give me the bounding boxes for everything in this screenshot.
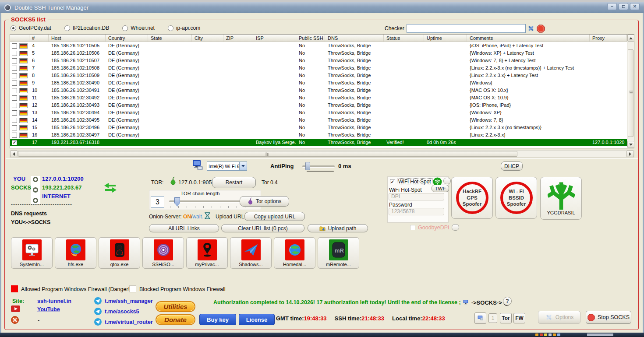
app-button-mremote[interactable]: mR mRemote... bbox=[318, 237, 359, 269]
clear-url-list-button[interactable]: Clear URL list (0 pcs) bbox=[221, 224, 304, 232]
table-row[interactable]: 16185.186.26.102:30497DE (Germany)NoThro… bbox=[10, 131, 627, 139]
wifi-ssid-input[interactable]: DPI bbox=[389, 193, 444, 200]
copy-upload-url-button[interactable]: Copy upload URL bbox=[244, 212, 305, 221]
telegram-link-row[interactable]: t.me/ssh_manager bbox=[94, 297, 153, 305]
row-select-cell[interactable] bbox=[10, 139, 29, 146]
row-checkbox[interactable] bbox=[12, 81, 17, 86]
row-checkbox[interactable] bbox=[12, 66, 17, 71]
row-select-cell[interactable] bbox=[10, 131, 29, 139]
row-select-cell[interactable] bbox=[10, 64, 29, 72]
donate-button[interactable]: Donate bbox=[156, 314, 195, 325]
column-header[interactable]: Comments bbox=[467, 35, 590, 42]
wifi-hotspot-checkbox[interactable] bbox=[390, 179, 395, 184]
row-checkbox[interactable] bbox=[12, 110, 17, 116]
tools-badge-icon[interactable] bbox=[11, 316, 19, 326]
wifi-bssid-spoofer-button[interactable]: WI - FIBSSIDSpoofer bbox=[495, 177, 537, 219]
row-checkbox[interactable] bbox=[12, 133, 17, 138]
column-header[interactable]: Uptime bbox=[424, 35, 467, 42]
app-button-ssh-tor[interactable]: SSH/SO... bbox=[142, 237, 184, 269]
radio-ip2location[interactable]: IP2Location.DB bbox=[64, 25, 109, 31]
row-select-cell[interactable] bbox=[10, 124, 29, 131]
radio-geoipcity[interactable]: GeoIPCity.dat bbox=[11, 25, 51, 31]
row-select-cell[interactable] bbox=[10, 49, 29, 57]
utilities-button[interactable]: Utilities bbox=[156, 301, 195, 312]
table-row[interactable]: 10185.186.26.102:30491DE (Germany)NoThro… bbox=[10, 87, 627, 94]
app-button-systeminfo[interactable]: SystemIn... bbox=[11, 237, 53, 269]
scroll-down-arrow[interactable] bbox=[627, 141, 634, 148]
row-select-cell[interactable] bbox=[10, 109, 29, 116]
telegram-link[interactable]: t.me/ssh_manager bbox=[105, 298, 153, 304]
app-button-hfs[interactable]: hfs.exe bbox=[55, 237, 96, 269]
column-header[interactable]: Public SSH bbox=[296, 35, 325, 42]
column-header[interactable]: ZIP bbox=[223, 35, 253, 42]
column-header[interactable]: # bbox=[29, 35, 49, 42]
vertical-scroll-thumb[interactable] bbox=[628, 49, 633, 137]
tor-chain-value[interactable]: 3 bbox=[151, 196, 164, 208]
app-button-homedale[interactable]: Homedal... bbox=[274, 237, 315, 269]
adapter-select[interactable]: Intel(R) Wi-Fi 6 AX bbox=[207, 161, 247, 171]
row-checkbox[interactable] bbox=[12, 43, 17, 49]
row-select-cell[interactable] bbox=[10, 94, 29, 102]
stop-socks-button[interactable]: Stop SOCKS bbox=[586, 311, 631, 324]
table-row[interactable]: 4185.186.26.102:10505DE (Germany)NoThrow… bbox=[10, 42, 627, 49]
table-row[interactable]: 17193.221.203.67:16318Baykov Ilya Serge.… bbox=[10, 139, 627, 146]
row-checkbox[interactable] bbox=[12, 140, 17, 145]
table-row[interactable]: 11185.186.26.102:30492DE (Germany)NoThro… bbox=[10, 94, 627, 102]
wifi-password-input[interactable]: 12345678 bbox=[389, 208, 444, 215]
checker-tools-icon[interactable] bbox=[527, 24, 535, 33]
row-checkbox[interactable] bbox=[12, 88, 17, 93]
help-button[interactable]: ? bbox=[503, 297, 512, 305]
horizontal-scrollbar[interactable] bbox=[10, 150, 634, 158]
site-link[interactable]: ssh-tunnel.in bbox=[37, 298, 71, 304]
chevron-down-icon[interactable] bbox=[239, 162, 247, 170]
maximize-button[interactable] bbox=[619, 3, 628, 10]
row-checkbox[interactable] bbox=[12, 58, 17, 63]
table-row[interactable]: 13185.186.26.102:30494DE (Germany)NoThro… bbox=[10, 109, 627, 116]
goodbyedpi-extra-button[interactable] bbox=[452, 224, 459, 231]
row-checkbox[interactable] bbox=[12, 73, 17, 78]
app-button-myprivacy[interactable]: myPrivac... bbox=[186, 237, 228, 269]
table-row[interactable]: 9185.186.26.102:30490DE (Germany)NoThrow… bbox=[10, 79, 627, 87]
column-header[interactable]: City bbox=[192, 35, 223, 42]
row-select-cell[interactable] bbox=[10, 102, 29, 109]
tor-toggle-button[interactable]: Tor bbox=[500, 313, 512, 323]
checker-input[interactable] bbox=[407, 24, 526, 33]
row-checkbox[interactable] bbox=[12, 51, 17, 56]
hackrf-gps-spoofer-button[interactable]: HackRFGPSSpoofer bbox=[451, 177, 493, 219]
license-button[interactable]: License bbox=[239, 314, 275, 325]
youtube-link[interactable]: YouTube bbox=[37, 306, 60, 312]
wifi-hotspot-checkbox-label[interactable]: WiFi Hot-Spot bbox=[397, 179, 432, 185]
upload-path-button[interactable]: Upload path bbox=[308, 224, 368, 232]
horizontal-scroll-thumb[interactable] bbox=[18, 151, 517, 157]
twf-button[interactable]: TWF bbox=[432, 185, 449, 192]
row-checkbox[interactable] bbox=[12, 118, 17, 123]
row-select-cell[interactable] bbox=[10, 42, 29, 49]
table-row[interactable]: 7185.186.26.102:10508DE (Germany)NoThrow… bbox=[10, 64, 627, 72]
network-button[interactable] bbox=[474, 312, 486, 324]
column-header[interactable]: State bbox=[148, 35, 192, 42]
table-row[interactable]: 12185.186.26.102:30493DE (Germany)NoThro… bbox=[10, 102, 627, 109]
column-header[interactable]: Status bbox=[384, 35, 424, 42]
table-row[interactable]: 6185.186.26.102:10507DE (Germany)NoThrow… bbox=[10, 57, 627, 64]
youtube-icon[interactable] bbox=[11, 305, 20, 314]
column-header[interactable]: DNS bbox=[325, 35, 384, 42]
row-select-cell[interactable] bbox=[10, 57, 29, 64]
tor-chain-slider-track[interactable] bbox=[169, 200, 244, 202]
column-header[interactable] bbox=[10, 35, 29, 42]
row-checkbox[interactable] bbox=[12, 103, 17, 108]
buy-key-button[interactable]: Buy key bbox=[199, 314, 236, 325]
column-header[interactable]: Host bbox=[49, 35, 106, 42]
wifi-extra-button[interactable] bbox=[443, 178, 451, 184]
tor-options-button[interactable]: Tor options bbox=[240, 196, 289, 207]
scroll-left-arrow[interactable] bbox=[10, 151, 18, 157]
row-checkbox[interactable] bbox=[12, 125, 17, 130]
table-row[interactable]: 8185.186.26.102:10509DE (Germany)NoThrow… bbox=[10, 72, 627, 79]
vertical-scrollbar[interactable] bbox=[627, 35, 634, 148]
all-url-links-button[interactable]: All URL Links bbox=[149, 224, 219, 232]
scroll-up-arrow[interactable] bbox=[627, 35, 634, 42]
row-select-cell[interactable] bbox=[10, 72, 29, 79]
options-button[interactable]: Options bbox=[538, 311, 580, 324]
antiping-slider-thumb[interactable] bbox=[305, 162, 310, 170]
row-select-cell[interactable] bbox=[10, 87, 29, 94]
telegram-link-row[interactable]: t.me/asocks5 bbox=[94, 308, 139, 315]
